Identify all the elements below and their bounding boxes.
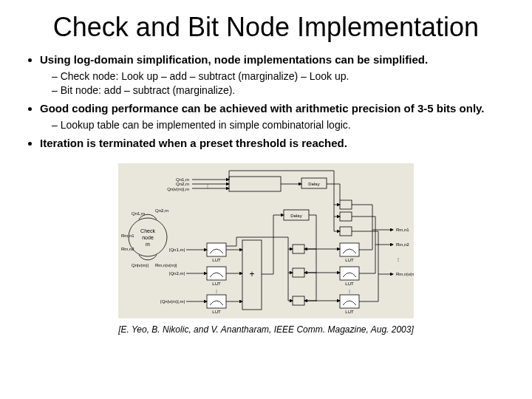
svg-rect-49 <box>340 295 359 308</box>
bullet-3-text: Iteration is terminated when a preset th… <box>40 137 347 149</box>
adder-plus: + <box>249 269 254 279</box>
svg-text:LUT: LUT <box>212 258 221 262</box>
abs-1: |Qn1,m| <box>169 248 185 252</box>
delay-1-label: Delay <box>308 182 319 186</box>
check-node-label-1: Check <box>140 228 155 233</box>
arc-label-rk: Rm,n|v(m)| <box>155 263 177 267</box>
arc-label-qk: Qn|v(m)| <box>132 263 149 267</box>
svg-rect-47 <box>340 267 359 280</box>
check-node-label-3: m <box>146 242 150 247</box>
diagram-bg <box>118 163 414 318</box>
bullet-2-sub: Lookup table can be implemented in simpl… <box>52 118 510 132</box>
dots-out: ⋮ <box>396 257 400 262</box>
bullet-2: Good coding performance can be achieved … <box>40 101 510 132</box>
bullet-2-sub-1: Lookup table can be implemented in simpl… <box>52 118 510 132</box>
bullet-1-sub-2: Bit node: add – subtract (marginalize). <box>52 83 510 97</box>
dots-top: ⋮ <box>205 184 210 188</box>
arc-label-r1: Rm,n1 <box>121 233 134 238</box>
arc-label-q2: Qn2,m <box>155 208 168 213</box>
bullet-3: Iteration is terminated when a preset th… <box>40 136 510 151</box>
svg-text:LUT: LUT <box>212 310 221 314</box>
svg-rect-45 <box>340 243 359 256</box>
diagram: Check node m Qn1,m Qn2,m Rm,n1 Rm,n2 Qn|… <box>118 163 414 318</box>
bullet-2-text: Good coding performance can be achieved … <box>40 102 485 115</box>
svg-text:LUT: LUT <box>345 258 354 262</box>
bullet-list: Using log-domain simplification, node im… <box>30 52 510 150</box>
abs-2: |Qn2,m| <box>169 271 185 276</box>
svg-rect-17 <box>207 267 226 280</box>
svg-text:LUT: LUT <box>345 282 354 286</box>
arc-label-q1: Qn1,m <box>132 211 145 216</box>
figure-wrapper: Check node m Qn1,m Qn2,m Rm,n1 Rm,n2 Qn|… <box>22 163 510 335</box>
slide-title: Check and Bit Node Implementation <box>22 12 510 42</box>
bullet-1-text: Using log-domain simplification, node im… <box>40 53 428 66</box>
slide: Check and Bit Node Implementation Using … <box>0 0 532 399</box>
abs-k: |Qn|v(m)|,m| <box>160 299 185 304</box>
svg-text:LUT: LUT <box>345 310 354 314</box>
bullet-1-sub-1: Check node: Look up – add – subtract (ma… <box>52 69 510 83</box>
dots-lut-in: ⋮ <box>214 289 219 293</box>
out-2: Rm,n2 <box>396 242 409 247</box>
out-1: Rm,n1 <box>396 228 409 232</box>
svg-text:LUT: LUT <box>212 282 221 286</box>
delay-2-label: Delay <box>290 214 301 218</box>
dots-lut-out: ⋮ <box>347 289 352 293</box>
bullet-1: Using log-domain simplification, node im… <box>40 52 510 97</box>
in-top-k: Qn|v(m)|,m <box>167 187 189 191</box>
check-node-label-2: node <box>142 235 154 240</box>
arc-label-r2: Rm,n2 <box>121 247 134 251</box>
citation: [E. Yeo, B. Nikolic, and V. Anantharam, … <box>22 324 510 335</box>
bullet-1-sub: Check node: Look up – add – subtract (ma… <box>52 69 510 97</box>
out-k: Rm,n|v(m)| <box>396 272 414 276</box>
svg-rect-15 <box>207 243 226 256</box>
svg-rect-19 <box>207 295 226 308</box>
in-top-2: Qn2,m <box>176 182 189 186</box>
